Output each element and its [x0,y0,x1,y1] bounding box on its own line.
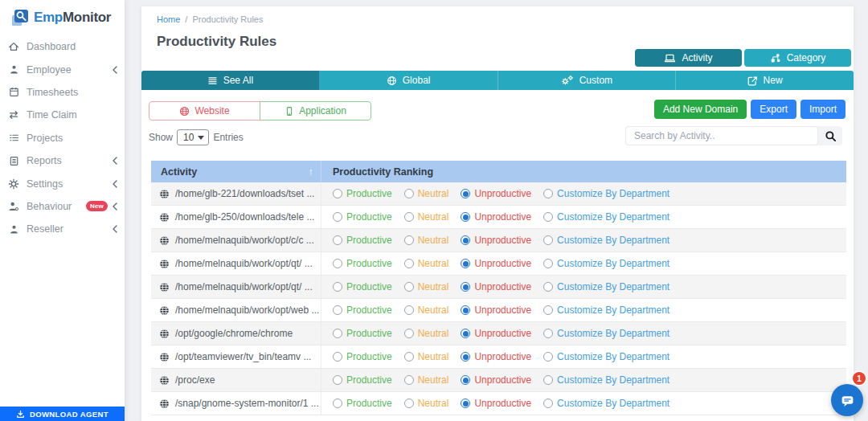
sidebar-item-reports[interactable]: Reports [0,149,125,172]
productive-radio[interactable]: Productive [333,398,392,409]
customize-by-department-radio[interactable]: Customize By Department [543,305,669,316]
sidebar-item-projects[interactable]: Projects [0,127,125,149]
radio-circle [543,282,553,292]
radio-circle [404,399,414,408]
neutral-radio[interactable]: Neutral [404,398,449,409]
neutral-radio[interactable]: Neutral [404,211,449,223]
customize-by-department-radio[interactable]: Customize By Department [543,188,669,199]
neutral-radio[interactable]: Neutral [404,188,449,199]
tab-new[interactable]: New [676,71,854,90]
breadcrumb-current: Productivity Rules [192,14,263,24]
globe-icon [159,375,170,386]
import-button[interactable]: Import [800,100,845,119]
neutral-radio[interactable]: Neutral [404,374,449,386]
customize-by-department-radio[interactable]: Customize By Department [543,351,669,362]
breadcrumb-home-link[interactable]: Home [157,14,180,24]
activity-path: /home/glb-221/downloads/tset ... [175,188,314,199]
user-icon [7,64,20,75]
activity-view-button[interactable]: Activity [635,49,742,67]
application-toggle-button[interactable]: Application [260,101,371,121]
customize-by-department-radio[interactable]: Customize By Department [543,211,669,223]
search-input[interactable] [625,126,818,145]
productive-label: Productive [346,258,392,269]
sidebar-item-behaviour[interactable]: Behaviour New [0,195,125,218]
neutral-radio[interactable]: Neutral [404,328,449,339]
sidebar-item-timesheets[interactable]: Timesheets [0,81,125,104]
productive-radio[interactable]: Productive [333,211,392,223]
unproductive-radio[interactable]: Unproductive [461,235,531,246]
unproductive-radio[interactable]: Unproductive [461,328,531,339]
unproductive-radio[interactable]: Unproductive [461,398,531,409]
customize-by-department-radio[interactable]: Customize By Department [543,374,669,386]
productive-radio[interactable]: Productive [333,351,392,362]
sidebar-item-label: Employee [27,64,72,76]
unproductive-radio[interactable]: Unproductive [461,258,531,269]
tab-label: New [764,75,783,86]
sidebar-item-reseller[interactable]: Reseller [0,218,125,240]
unproductive-radio[interactable]: Unproductive [461,188,531,199]
report-document-icon [7,156,20,166]
sidebar-item-employee[interactable]: Employee [0,58,125,80]
customize-by-department-radio[interactable]: Customize By Department [543,235,669,246]
radio-circle [333,329,342,338]
productive-radio[interactable]: Productive [333,258,392,269]
customize-by-department-radio[interactable]: Customize By Department [543,328,669,339]
chevron-left-icon [112,66,118,74]
radio-circle [404,212,414,222]
action-buttons: Add New Domain Export Import [654,100,845,119]
tab-global[interactable]: Global [320,71,498,90]
unproductive-radio[interactable]: Unproductive [461,351,531,362]
neutral-radio[interactable]: Neutral [404,235,449,246]
sidebar-item-settings[interactable]: Settings [0,172,125,194]
search-button[interactable] [818,130,842,142]
neutral-label: Neutral [418,281,449,292]
globe-icon [159,282,170,292]
tab-see-all[interactable]: See All [141,71,320,90]
add-new-domain-button[interactable]: Add New Domain [654,100,747,119]
website-toggle-button[interactable]: Website [149,101,260,121]
sidebar-item-time-claim[interactable]: Time Claim [0,104,125,126]
neutral-radio[interactable]: Neutral [404,258,449,269]
productive-radio[interactable]: Productive [333,188,392,199]
entries-select[interactable]: 10 [177,129,209,145]
unproductive-radio[interactable]: Unproductive [461,211,531,223]
sidebar-item-label: Time Claim [27,109,77,121]
customize-by-department-radio[interactable]: Customize By Department [543,281,669,292]
globe-icon [159,235,170,246]
neutral-radio[interactable]: Neutral [404,305,449,316]
radio-circle [404,259,414,268]
productive-radio[interactable]: Productive [333,374,392,386]
download-agent-button[interactable]: DOWNLOAD AGENT [0,407,125,421]
tab-custom[interactable]: Custom [498,71,677,90]
calendar-icon [7,87,20,97]
neutral-label: Neutral [418,188,449,199]
radio-circle-selected [461,259,470,268]
list-icon [7,133,20,143]
gears-icon [561,75,574,86]
globe-icon [159,259,170,269]
productive-radio[interactable]: Productive [333,281,392,292]
unproductive-radio[interactable]: Unproductive [461,374,531,386]
activity-column-header[interactable]: Activity ↑ [151,161,321,182]
activity-cell: /home/glb-221/downloads/tset ... [151,182,321,205]
export-button[interactable]: Export [751,100,796,119]
productive-radio[interactable]: Productive [333,305,392,316]
productive-radio[interactable]: Productive [333,235,392,246]
globe-icon [179,106,190,116]
unproductive-radio[interactable]: Unproductive [461,281,531,292]
globe-icon [159,212,170,223]
globe-icon [159,399,170,409]
category-view-button[interactable]: Category [744,49,851,67]
customize-label: Customize By Department [557,281,669,292]
productive-label: Productive [346,305,392,316]
chat-launcher-button[interactable] [831,384,863,416]
productive-radio[interactable]: Productive [333,328,392,339]
neutral-radio[interactable]: Neutral [404,281,449,292]
neutral-radio[interactable]: Neutral [404,351,449,362]
unproductive-radio[interactable]: Unproductive [461,305,531,316]
productive-label: Productive [346,211,392,223]
customize-by-department-radio[interactable]: Customize By Department [543,398,669,409]
customize-by-department-radio[interactable]: Customize By Department [543,258,669,269]
sidebar-item-dashboard[interactable]: Dashboard [0,35,125,58]
app-logo[interactable]: EmpMonitor [0,0,125,28]
